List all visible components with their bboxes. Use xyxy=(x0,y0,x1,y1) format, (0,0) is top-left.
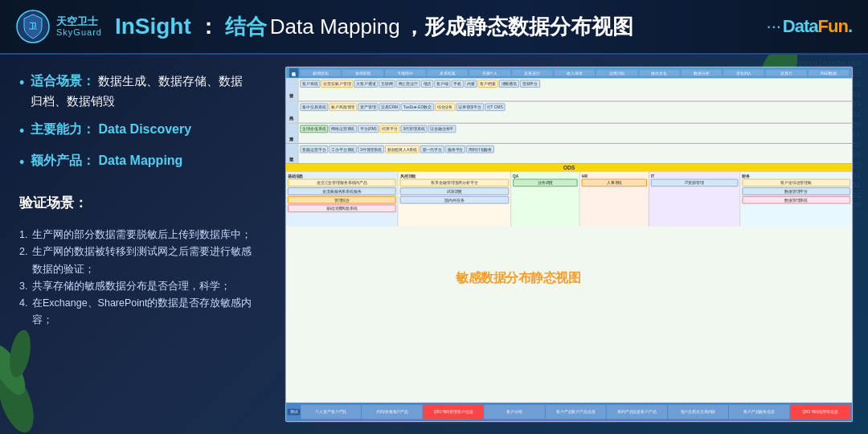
box-2-2: 账户风险管理 xyxy=(329,103,357,111)
diag-top-cell-4: 多系统集 xyxy=(427,70,468,76)
box-qa-1: 业务调度 xyxy=(513,179,578,187)
logo-cn: 天空卫士 xyxy=(56,16,102,27)
datafun-dots: ··· xyxy=(767,16,781,37)
row3-label: 清算 xyxy=(286,124,299,143)
diagram-inner: 标准机系统 新增优化 发作管辖 卡报纸中 多系统集 完善个人 反复进行 收入保管… xyxy=(286,68,852,421)
bullet-dot-1: • xyxy=(19,72,24,95)
diag-top-cell-5: 完善个人 xyxy=(469,70,510,76)
diagram-container: 标准机系统 新增优化 发作管辖 卡报纸中 多系统集 完善个人 反复进行 收入保管… xyxy=(285,67,853,422)
col-it: IT IT资源管理 xyxy=(649,172,740,227)
diag-top-cell-12: 反复行 xyxy=(766,70,807,76)
verify-list: 生产网的部分数据需要脱敏后上传到数据库中； 生产网的数据被转移到测试网之后需要进… xyxy=(19,227,254,330)
bottom-cell-1: 个人资产客户产品 xyxy=(301,405,361,419)
diag-top-cell-6: 反复进行 xyxy=(512,70,553,76)
datafun-logo: ··· DataFun. xyxy=(767,16,852,37)
title-part2: ，形成静态数据分布视图 xyxy=(403,13,633,41)
col-hr: HR 人事系统 xyxy=(580,172,649,227)
box-4-2: 工办平台系统 xyxy=(329,145,357,154)
box-1-12: 营销平台 xyxy=(520,80,540,88)
main-content: • 适合场景： 数据生成、数据存储、数据归档、数据销毁 • 主要能力： Data… xyxy=(0,55,868,434)
title-datamapping: Data Mapping xyxy=(270,14,400,39)
col-finance: 财务 客户金综合管理账 数据管理平台 数据管理系统 xyxy=(740,172,852,227)
bullet-value-2: Data Discovery xyxy=(98,122,191,136)
bottom-cell-7: 客户交易文交易内容 xyxy=(668,405,728,419)
bottom-cell-3: QR1号码管理客户信息 xyxy=(423,405,483,419)
bullet-item-2: • 主要能力： Data Discovery xyxy=(19,119,254,143)
row1-content: 客户系统 在营实账户管理 大客户通道 互联网 网上营业厅 电话 客户端 手机 内… xyxy=(298,78,852,100)
box-fin-1: 客户金综合管理账 xyxy=(742,179,850,187)
bullet-dot-2: • xyxy=(19,120,24,143)
box-1-5: 网上营业厅 xyxy=(396,80,420,88)
col-qa: QA 业务调度 xyxy=(511,172,580,227)
insight-label: InSight xyxy=(115,14,191,39)
title-colon: ： xyxy=(198,13,219,41)
diag-top-cell-8: 运维计划 xyxy=(596,70,637,76)
diag-top-cell-2: 发作管辖 xyxy=(342,70,383,76)
box-basic-2: 金流账服务系系统服务 xyxy=(288,187,396,195)
box-3-5: 3代管理系统 xyxy=(401,125,428,133)
box-1-9: 内窗 xyxy=(465,80,477,88)
bullet-dot-3: • xyxy=(19,151,24,174)
bottom-cell-6: 系列产品信息客户产品 xyxy=(607,405,667,419)
row2-content: 集中交易系统 账户风险管理 资产管理 交易CRM TusDue-EO数交 综合业… xyxy=(298,101,852,122)
diagram-bottom-section: 基础信息 金交汇合管理服务系统内产品 金流账服务系系统服务 管理综合 基础消费风… xyxy=(286,172,852,227)
box-3-1: 全球价值系统 xyxy=(300,125,328,133)
diagram-row-1: 营业 客户系统 在营实账户管理 大客户通道 互联网 网上营业厅 电话 客户端 手… xyxy=(286,78,852,101)
box-hr-1: 人事系统 xyxy=(582,179,647,187)
box-4-3: 3件管理系统 xyxy=(358,145,384,154)
verify-item-3: 共享存储的敏感数据分布是否合理，科学； xyxy=(19,278,254,295)
box-1-1: 客户系统 xyxy=(300,80,320,88)
diagram-row-3: 清算 全球价值系统 网络运营系统 平台(RM) 结算平台 3代管理系统 证金融业… xyxy=(286,124,852,144)
bullet-label-3: 额外产品： xyxy=(31,154,95,167)
logo-text: 天空卫士 SkyGuard xyxy=(56,16,102,37)
logo-area: 卫 天空卫士 SkyGuard xyxy=(16,10,102,43)
box-basic-1: 金交汇合管理服务系统内产品 xyxy=(288,179,396,187)
logo-en: SkyGuard xyxy=(56,27,102,37)
ods-band: ODS xyxy=(286,164,852,172)
verify-item-2: 生产网的数据被转移到测试网之后需要进行敏感数据的验证； xyxy=(19,244,254,278)
row3-content: 全球价值系统 网络运营系统 平台(RM) 结算平台 3代管理系统 证金融业务平 xyxy=(298,124,852,143)
bullet-text-3: 额外产品： Data Mapping xyxy=(31,150,182,171)
row4-content: 客服运营平台 工办平台系统 3件管理系统 新款指算人A系统 新一代平台 服务平台… xyxy=(298,144,852,163)
bullet-text-1: 适合场景： 数据生成、数据存储、数据归档、数据销毁 xyxy=(31,71,254,111)
diag-top-cell-3: 卡报纸中 xyxy=(385,70,426,76)
diag-top-cell-9: 推出文化 xyxy=(639,70,680,76)
verify-item-1: 生产网的部分数据需要脱敏后上传到数据库中； xyxy=(19,227,254,244)
box-1-6: 电话 xyxy=(421,80,434,88)
box-fin-2: 数据管理平台 xyxy=(742,187,850,195)
header-title: InSight ： 结合 Data Mapping ，形成静态数据分布视图 xyxy=(115,13,633,41)
box-2-8: 行T CMS xyxy=(485,103,506,111)
box-1-2: 在营实账户管理 xyxy=(321,80,354,88)
box-fin-3: 数据管理系统 xyxy=(742,196,850,204)
row4-label: 运营 xyxy=(286,144,299,163)
sensitive-data-overlay: 敏感数据分布静态视图 xyxy=(456,270,824,286)
box-risk-1: 客享金融管理首席分析平台 xyxy=(400,179,509,187)
row1-label: 营业 xyxy=(286,78,299,100)
box-it-1: IT资源管理 xyxy=(651,179,738,187)
box-4-1: 客服运营平台 xyxy=(300,145,328,154)
svg-text:卫: 卫 xyxy=(29,22,38,31)
box-1-10: 客户档案 xyxy=(478,80,498,88)
box-4-7: 周到计划服务 xyxy=(466,145,494,154)
box-3-2: 网络运营系统 xyxy=(329,125,357,133)
box-2-6: 综合业务 xyxy=(435,103,455,111)
box-1-8: 手机 xyxy=(452,80,465,88)
skyguard-logo-icon: 卫 xyxy=(16,10,50,43)
box-1-11: 清晰通讯 xyxy=(499,80,519,88)
box-2-4: 交易CRM xyxy=(379,103,400,111)
box-4-6: 服务平台 xyxy=(445,145,465,154)
bottom-cell-2: 代码/价格客户产品 xyxy=(362,405,422,419)
datafun-name: DataFun. xyxy=(783,16,852,37)
diag-top-cell-11: 变化到入 xyxy=(723,70,764,76)
box-2-5: TusDue-EO数交 xyxy=(401,103,434,111)
diag-top-cell-1: 新增优化 xyxy=(300,70,341,76)
bullet-label-2: 主要能力： xyxy=(31,122,95,136)
diag-top-cell-13: R&D数据 xyxy=(809,70,850,76)
box-2-1: 集中交易系统 xyxy=(300,103,328,111)
box-3-4: 结算平台 xyxy=(379,125,399,133)
box-basic-4: 基础消费风险系统 xyxy=(288,205,396,213)
bottom-cell-5: 客户产品客户产品信息 xyxy=(546,405,606,419)
verify-item-4: 在Exchange、SharePoint的数据是否存放敏感内容； xyxy=(19,295,254,330)
bullet-value-3: Data Mapping xyxy=(98,154,182,167)
right-panel: 标准机系统 新增优化 发作管辖 卡报纸中 多系统集 完善个人 反复进行 收入保管… xyxy=(273,55,868,434)
